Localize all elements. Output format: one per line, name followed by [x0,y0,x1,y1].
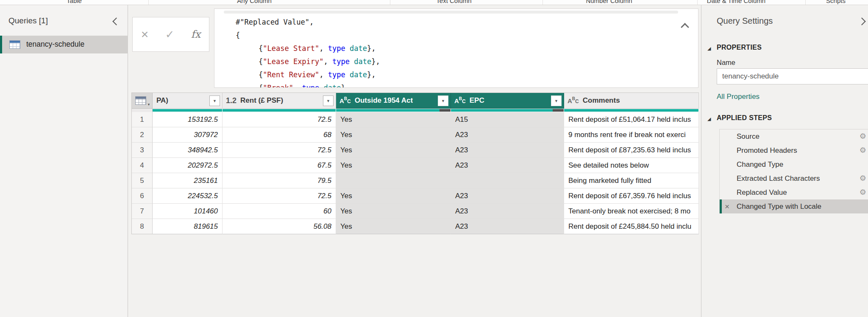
code-line: {"Lease Expiry", type date}, [214,55,698,68]
table-cell[interactable]: 9 months rent free if break not exerci [564,127,699,143]
table-cell[interactable]: A23 [451,188,564,204]
table-cell[interactable]: 202972.5 [153,158,223,173]
table-cell[interactable]: 68 [223,127,336,143]
step-settings-gear-icon[interactable]: ⚙ [860,185,866,199]
code-token: , [319,44,328,53]
column-filter-dropdown[interactable]: ▼ [209,95,220,106]
code-token: { [259,44,263,53]
table-cell[interactable]: Yes [336,143,451,158]
table-cell[interactable]: Rent deposit of £51,064.17 held inclus [564,112,699,127]
row-number[interactable]: 2 [132,127,153,143]
table-cell[interactable] [336,173,451,188]
table-cell[interactable]: A23 [451,158,564,173]
applied-step[interactable]: Extracted Last Characters⚙ [720,171,868,185]
column-header-2[interactable]: 1.2Rent (£ PSF)▼ [223,93,336,109]
ribbon-group-label: Number Column [586,0,632,4]
table-cell[interactable]: 79.5 [223,173,336,188]
row-number[interactable]: 3 [132,143,153,158]
table-cell[interactable]: A23 [451,143,564,158]
column-filter-dropdown[interactable]: ▼ [323,95,334,106]
table-cell[interactable]: Being marketed fully fitted [564,173,699,188]
code-line: { [214,29,698,42]
table-cell[interactable]: 56.08 [223,219,336,234]
queries-panel-title: Queries [1] [8,16,48,25]
table-cell[interactable]: A23 [451,219,564,234]
step-settings-gear-icon[interactable]: ⚙ [860,129,866,143]
step-label: Changed Type [737,157,783,171]
collapse-settings-icon[interactable] [858,17,865,25]
all-properties-link[interactable]: All Properties [717,93,760,101]
applied-step[interactable]: ×Changed Type with Locale [720,199,868,213]
table-cell[interactable]: Yes [336,158,451,173]
table-cell[interactable]: A15 [451,112,564,127]
column-header-label: Rent (£ PSF) [240,96,283,105]
grid-header-row: ▼PA)▼1.2Rent (£ PSF)▼ABCOutside 1954 Act… [132,93,699,109]
table-cell[interactable]: See detailed notes below [564,158,699,173]
commit-formula-icon[interactable]: ✓ [165,29,175,40]
table-cell[interactable]: 224532.5 [153,188,223,204]
table-cell[interactable]: 60 [223,204,336,219]
table-cell[interactable]: Yes [336,204,451,219]
row-number[interactable]: 5 [132,173,153,188]
code-token: , [324,57,332,66]
grid-corner-button[interactable]: ▼ [132,93,153,109]
table-cell[interactable]: 72.5 [223,112,336,127]
applied-step[interactable]: Replaced Value⚙ [720,185,868,199]
table-cell[interactable]: Rent deposit of £87,235.63 held inclus [564,143,699,158]
formula-bar[interactable]: #"Replaced Value",{{"Lease Start", type … [214,8,698,88]
table-cell[interactable]: Yes [336,188,451,204]
row-number[interactable]: 1 [132,112,153,127]
table-cell[interactable]: 101460 [153,204,223,219]
table-cell[interactable]: Tenant-only break not exercised; 8 mo [564,204,699,219]
step-label: Promoted Headers [737,143,797,157]
table-cell[interactable]: Rent deposit of £245,884.50 held inclu [564,219,699,234]
applied-steps-collapse-icon[interactable]: ◢ [707,116,711,122]
table-cell[interactable]: Yes [336,127,451,143]
query-list-item[interactable]: tenancy-schedule [0,36,128,53]
table-cell[interactable]: A23 [451,204,564,219]
row-number[interactable]: 6 [132,188,153,204]
collapse-queries-icon[interactable] [112,17,120,25]
column-filter-dropdown[interactable]: ▼ [438,95,448,106]
column-header-3[interactable]: ABCOutside 1954 Act▼ [336,93,451,109]
table-cell[interactable]: 153192.5 [153,112,223,127]
cancel-formula-icon[interactable]: × [141,28,149,41]
ribbon-group-label: Table [67,0,82,4]
column-header-4[interactable]: ABCEPC▼ [451,93,564,109]
table-cell[interactable]: 67.5 [223,158,336,173]
table-cell[interactable]: 307972 [153,127,223,143]
column-filter-dropdown[interactable]: ▼ [551,95,562,106]
table-cell[interactable] [451,173,564,188]
table-cell[interactable]: 348942.5 [153,143,223,158]
applied-step[interactable]: Promoted Headers⚙ [720,143,868,157]
table-row: 523516179.5Being marketed fully fitted [132,173,699,188]
table-cell[interactable]: A23 [451,127,564,143]
formula-code[interactable]: #"Replaced Value",{{"Lease Start", type … [214,9,698,88]
row-number[interactable]: 7 [132,204,153,219]
table-cell[interactable]: 72.5 [223,188,336,204]
properties-collapse-icon[interactable]: ◢ [707,46,711,51]
applied-step[interactable]: Source⚙ [720,129,868,143]
step-label: Extracted Last Characters [737,171,820,185]
table-cell[interactable]: 819615 [153,219,223,234]
editor-center: × ✓ fx #"Replaced Value",{{"Lease Start"… [128,5,701,317]
step-settings-gear-icon[interactable]: ⚙ [860,171,866,185]
quality-valid-bar [451,109,553,112]
table-cell[interactable]: 235161 [153,173,223,188]
table-cell[interactable]: Rent deposit of £67,359.76 held inclus [564,188,699,204]
row-number[interactable]: 4 [132,158,153,173]
query-name-input[interactable] [717,68,868,84]
table-cell[interactable]: Yes [336,112,451,127]
table-cell[interactable]: 72.5 [223,143,336,158]
column-header-1[interactable]: PA)▼ [153,93,223,109]
column-header-5[interactable]: ABCComments [564,93,699,109]
table-row: 881961556.08YesA23Rent deposit of £245,8… [132,219,699,234]
step-settings-gear-icon[interactable]: ⚙ [860,143,866,157]
row-number[interactable]: 8 [132,219,153,234]
applied-step[interactable]: Changed Type [720,157,868,171]
fx-icon[interactable]: fx [191,28,200,40]
table-cell[interactable]: Yes [336,219,451,234]
applied-steps-list: Source⚙Promoted Headers⚙Changed TypeExtr… [719,129,868,213]
column-quality-cell [564,109,699,112]
delete-step-icon[interactable]: × [725,199,729,213]
